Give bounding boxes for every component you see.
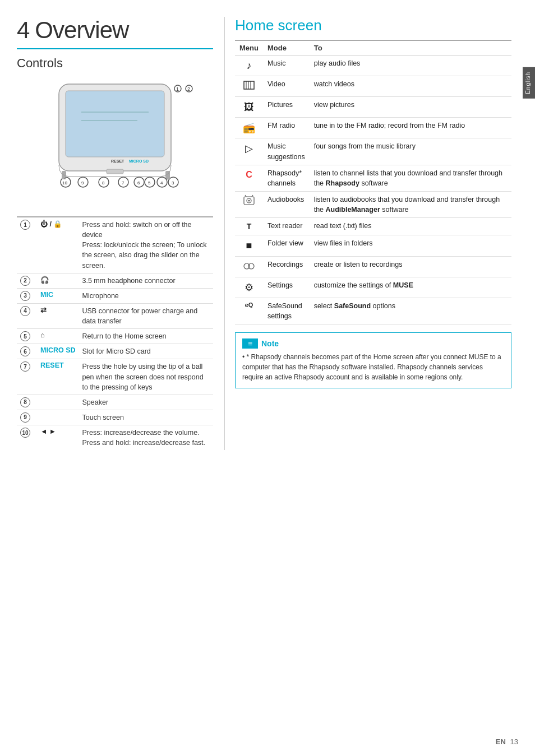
- menu-icon: [235, 76, 263, 97]
- home-screen-table: Menu Mode To ♪ Music play audio files Vi…: [235, 40, 511, 324]
- table-row: 1 ⏻ / 🔒 Press and hold: switch on or off…: [17, 217, 213, 273]
- mode-description: customize the settings of MUSE: [310, 277, 511, 298]
- control-desc: Touch screen: [79, 410, 214, 425]
- svg-text:MICRO SD: MICRO SD: [129, 159, 149, 163]
- mode-label: SafeSound settings: [263, 298, 310, 324]
- mode-label: Folder view: [263, 235, 310, 256]
- table-row: 10 ◄ ► Press: increase/decrease the volu…: [17, 425, 213, 451]
- control-desc: Return to the Home screen: [79, 329, 214, 344]
- control-desc: Press the hole by using the tip of a bal…: [79, 359, 214, 395]
- menu-icon: ⚙: [235, 277, 263, 298]
- table-row: C Rhapsody* channels listen to channel l…: [235, 165, 511, 191]
- menu-icon: 🖼: [235, 97, 263, 118]
- mode-label: Settings: [263, 277, 310, 298]
- control-desc: Press: increase/decrease the volume.Pres…: [79, 425, 214, 451]
- page-number: 13: [510, 738, 518, 746]
- svg-rect-31: [244, 81, 254, 89]
- table-row: 9 Touch screen: [17, 410, 213, 425]
- controls-heading: Controls: [17, 56, 213, 71]
- control-desc: USB connector for power charge and data …: [79, 303, 214, 328]
- mode-description: watch videos: [310, 76, 511, 97]
- control-desc: Microphone: [79, 288, 214, 303]
- note-label: Note: [261, 339, 279, 348]
- mode-description: view pictures: [310, 97, 511, 118]
- table-row: T Text reader read text (.txt) files: [235, 218, 511, 235]
- svg-text:RESET: RESET: [111, 159, 124, 163]
- control-num: 5: [17, 329, 37, 344]
- table-row: ■ Folder view view files in folders: [235, 235, 511, 256]
- svg-text:4: 4: [160, 180, 163, 185]
- control-label: ⇄: [37, 303, 79, 328]
- table-row: ⚙ Settings customize the settings of MUS…: [235, 277, 511, 298]
- table-row: 3 MIC Microphone: [17, 288, 213, 303]
- svg-point-37: [248, 200, 250, 201]
- table-row: 8 Speaker: [17, 395, 213, 410]
- table-row: Audiobooks listen to audiobooks that you…: [235, 191, 511, 217]
- table-row: 6 MICRO SD Slot for Micro SD card: [17, 344, 213, 359]
- mode-description: four songs from the music library: [310, 138, 511, 165]
- svg-text:2: 2: [187, 86, 190, 92]
- mode-description: read text (.txt) files: [310, 218, 511, 235]
- svg-text:6: 6: [137, 180, 140, 185]
- svg-text:9: 9: [81, 180, 84, 185]
- control-desc: Slot for Micro SD card: [79, 344, 214, 359]
- menu-icon: [235, 191, 263, 217]
- control-label: [37, 395, 79, 410]
- control-num: 6: [17, 344, 37, 359]
- control-num: 8: [17, 395, 37, 410]
- menu-icon: ■: [235, 235, 263, 256]
- table-header-menu: Menu: [235, 40, 263, 55]
- page-lang: EN: [496, 738, 506, 746]
- mode-label: Music suggestions: [263, 138, 310, 165]
- note-body: • * Rhapsody channels becomes part of th…: [242, 352, 504, 382]
- mode-label: Music: [263, 55, 310, 76]
- table-row: 🖼 Pictures view pictures: [235, 97, 511, 118]
- control-num: 9: [17, 410, 37, 425]
- table-header-mode: Mode: [263, 40, 310, 55]
- svg-text:10: 10: [62, 180, 67, 185]
- table-row: Recordings create or listen to recording…: [235, 256, 511, 277]
- page-footer: EN 13: [496, 738, 518, 746]
- svg-text:1: 1: [176, 86, 179, 92]
- svg-text:3: 3: [172, 180, 174, 185]
- mode-label: FM radio: [263, 118, 310, 138]
- table-row: 📻 FM radio tune in to the FM radio; reco…: [235, 118, 511, 138]
- left-column: 4Overview Controls 1 2 10: [17, 17, 224, 450]
- chapter-heading: 4Overview: [17, 17, 213, 44]
- menu-icon: ▷: [235, 138, 263, 165]
- language-tab: English: [523, 67, 535, 99]
- controls-table: 1 ⏻ / 🔒 Press and hold: switch on or off…: [17, 216, 213, 450]
- mode-label: Video: [263, 76, 310, 97]
- mode-description: view files in folders: [310, 235, 511, 256]
- mode-label: Text reader: [263, 218, 310, 235]
- mode-description: listen to channel lists that you downloa…: [310, 165, 511, 191]
- note-header: Note: [242, 338, 504, 349]
- table-row: 2 🎧 3.5 mm headphone connector: [17, 273, 213, 288]
- mode-description: select SafeSound options: [310, 298, 511, 324]
- svg-rect-1: [66, 91, 164, 157]
- chapter-number: 4: [17, 17, 29, 43]
- control-label: ◄ ►: [37, 425, 79, 451]
- control-num: 4: [17, 303, 37, 328]
- menu-icon: eQ: [235, 298, 263, 324]
- control-num: 3: [17, 288, 37, 303]
- menu-icon: T: [235, 218, 263, 235]
- control-desc: Press and hold: switch on or off the dev…: [79, 217, 214, 273]
- chapter-divider: [17, 48, 213, 49]
- control-label: MICRO SD: [37, 344, 79, 359]
- control-label: ⌂: [37, 329, 79, 344]
- control-label: RESET: [37, 359, 79, 395]
- table-header-to: To: [310, 40, 511, 55]
- control-num: 10: [17, 425, 37, 451]
- table-row: ▷ Music suggestions four songs from the …: [235, 138, 511, 165]
- menu-icon: 📻: [235, 118, 263, 138]
- mode-label: Rhapsody* channels: [263, 165, 310, 191]
- table-row: 4 ⇄ USB connector for power charge and d…: [17, 303, 213, 328]
- control-label: 🎧: [37, 273, 79, 288]
- control-num: 1: [17, 217, 37, 273]
- menu-icon: C: [235, 165, 263, 191]
- mode-description: listen to audiobooks that you download a…: [310, 191, 511, 217]
- control-label: MIC: [37, 288, 79, 303]
- control-num: 2: [17, 273, 37, 288]
- control-label: [37, 410, 79, 425]
